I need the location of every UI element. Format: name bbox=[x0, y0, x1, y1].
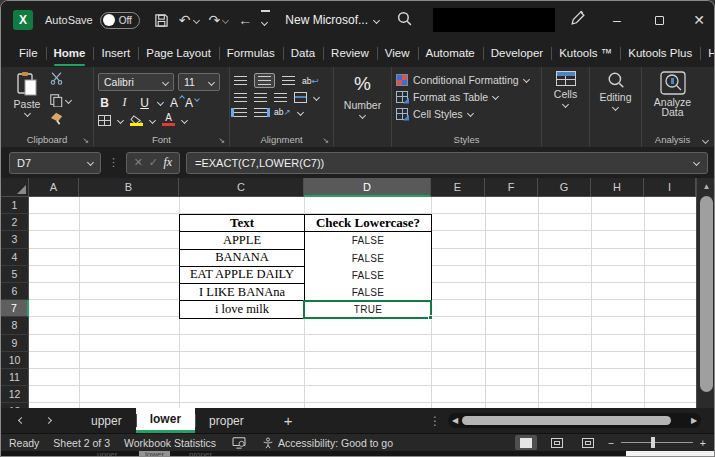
tab-help[interactable]: Help bbox=[700, 39, 715, 67]
borders-dropdown[interactable] bbox=[117, 116, 124, 123]
close-button[interactable]: ✕ bbox=[679, 1, 715, 39]
align-center-button[interactable] bbox=[254, 93, 267, 102]
tab-view[interactable]: View bbox=[377, 39, 418, 67]
tab-developer[interactable]: Developer bbox=[483, 39, 551, 67]
column-header-a[interactable]: A bbox=[29, 178, 79, 197]
collapse-ribbon-button[interactable] bbox=[702, 137, 709, 144]
active-cell-selection[interactable] bbox=[303, 300, 432, 319]
sheet-tab-proper[interactable]: proper bbox=[195, 408, 258, 433]
horizontal-scrollbar[interactable]: ◀ ▶ bbox=[448, 413, 701, 428]
zoom-out-button[interactable]: − bbox=[608, 437, 614, 449]
customize-toolbar-button[interactable] bbox=[262, 10, 267, 30]
column-header-f[interactable]: F bbox=[485, 178, 538, 197]
row-header-10[interactable]: 10 bbox=[1, 352, 29, 369]
table-header-text[interactable]: Text bbox=[180, 215, 305, 232]
tab-page-layout[interactable]: Page Layout bbox=[138, 39, 219, 67]
decrease-indent-button[interactable] bbox=[234, 108, 247, 117]
undo-button[interactable]: ↶ bbox=[179, 12, 199, 28]
cell-d3[interactable]: FALSE bbox=[305, 232, 431, 249]
tab-data[interactable]: Data bbox=[283, 39, 323, 67]
expand-formula-bar-button[interactable] bbox=[693, 159, 700, 166]
fill-handle[interactable] bbox=[428, 315, 433, 320]
bold-button[interactable]: B bbox=[98, 96, 111, 110]
paste-button[interactable]: Paste bbox=[5, 71, 49, 129]
horizontal-scroll-thumb[interactable] bbox=[462, 416, 671, 425]
status-sheet-info[interactable]: Sheet 2 of 3 bbox=[53, 437, 110, 449]
italic-button[interactable]: I bbox=[118, 95, 131, 110]
column-header-d[interactable]: D bbox=[304, 178, 431, 197]
page-break-view-button[interactable] bbox=[577, 435, 599, 450]
previous-sheet-button[interactable] bbox=[18, 417, 25, 424]
workbook-statistics-button[interactable]: Workbook Statistics bbox=[124, 437, 216, 449]
cell-d5[interactable]: FALSE bbox=[305, 267, 431, 284]
select-all-button[interactable] bbox=[1, 178, 29, 197]
decrease-font-size-button[interactable]: A bbox=[185, 96, 193, 110]
row-header-12[interactable]: 12 bbox=[1, 386, 29, 403]
cell-c5[interactable]: EAT APPLE DAILY bbox=[180, 267, 305, 284]
borders-icon[interactable] bbox=[98, 115, 111, 126]
cell-c3[interactable]: APPLE bbox=[180, 232, 305, 249]
cells-button[interactable]: Cells bbox=[541, 67, 589, 147]
editing-button[interactable]: Editing bbox=[589, 67, 641, 147]
confirm-entry-button[interactable]: ✓ bbox=[149, 156, 158, 169]
cell-area[interactable]: Text Check Lowercase? APPLE FALSE BANANA… bbox=[29, 197, 696, 408]
clipboard-dialog-launcher[interactable]: ↘ bbox=[82, 136, 89, 145]
cell-d6[interactable]: FALSE bbox=[305, 284, 431, 301]
row-header-2[interactable]: 2 bbox=[1, 214, 29, 231]
alignment-dialog-launcher[interactable]: ↘ bbox=[322, 136, 329, 145]
format-as-table-button[interactable]: Format as Table bbox=[396, 91, 537, 103]
cancel-entry-button[interactable]: ✕ bbox=[134, 156, 143, 169]
tab-insert[interactable]: Insert bbox=[93, 39, 138, 67]
row-header-3[interactable]: 3 bbox=[1, 231, 29, 248]
page-layout-view-button[interactable] bbox=[546, 435, 568, 450]
row-header-8[interactable]: 8 bbox=[1, 317, 29, 334]
middle-align-button[interactable] bbox=[254, 73, 275, 88]
row-header-7[interactable]: 7 bbox=[1, 300, 29, 317]
zoom-thumb[interactable] bbox=[651, 437, 655, 448]
font-color-dropdown[interactable] bbox=[181, 116, 188, 123]
font-color-button[interactable]: A bbox=[162, 114, 175, 126]
tab-home[interactable]: Home bbox=[46, 39, 94, 67]
formula-bar-resize-handle[interactable]: ⋮ bbox=[108, 156, 119, 169]
column-header-c[interactable]: C bbox=[179, 178, 304, 197]
row-header-11[interactable]: 11 bbox=[1, 369, 29, 386]
row-header-9[interactable]: 9 bbox=[1, 335, 29, 352]
tab-file[interactable]: File bbox=[11, 39, 46, 67]
column-header-g[interactable]: G bbox=[538, 178, 591, 197]
fill-color-dropdown[interactable] bbox=[149, 116, 156, 123]
top-align-button[interactable] bbox=[234, 76, 247, 85]
tab-review[interactable]: Review bbox=[323, 39, 377, 67]
zoom-slider[interactable]: − + bbox=[608, 437, 706, 449]
number-format-dropdown[interactable] bbox=[359, 112, 366, 119]
cell-c6[interactable]: I LIKE BANAna bbox=[180, 284, 305, 301]
vertical-scrollbar[interactable]: ▲ bbox=[696, 178, 715, 408]
ink-pen-icon[interactable] bbox=[569, 10, 586, 31]
cut-button[interactable] bbox=[49, 71, 71, 89]
cell-d4[interactable]: FALSE bbox=[305, 250, 431, 267]
font-size-select[interactable]: 11 bbox=[178, 73, 220, 91]
accessibility-status[interactable]: Accessibility: Good to go bbox=[262, 437, 393, 449]
column-header-e[interactable]: E bbox=[431, 178, 485, 197]
conditional-formatting-button[interactable]: Conditional Formatting bbox=[396, 74, 537, 86]
column-header-b[interactable]: B bbox=[79, 178, 179, 197]
vertical-scroll-thumb[interactable] bbox=[700, 196, 713, 392]
column-header-h[interactable]: H bbox=[591, 178, 644, 197]
row-header-5[interactable]: 5 bbox=[1, 266, 29, 283]
sheet-tab-upper[interactable]: upper bbox=[77, 408, 136, 433]
row-header-1[interactable]: 1 bbox=[1, 197, 29, 214]
sheet-tab-lower[interactable]: lower bbox=[136, 408, 195, 433]
increase-indent-button[interactable] bbox=[254, 108, 267, 117]
scroll-right-icon[interactable]: ▶ bbox=[687, 416, 701, 425]
minimize-button[interactable]: – bbox=[597, 1, 637, 39]
underline-button[interactable]: U bbox=[138, 96, 151, 110]
save-button[interactable] bbox=[154, 13, 169, 28]
copy-button[interactable] bbox=[49, 93, 71, 107]
tab-automate[interactable]: Automate bbox=[418, 39, 483, 67]
scroll-up-icon[interactable]: ▲ bbox=[697, 182, 715, 191]
column-header-i[interactable]: I bbox=[644, 178, 696, 197]
name-box[interactable]: D7 bbox=[9, 152, 101, 174]
display-settings-icon[interactable] bbox=[232, 437, 246, 449]
autosave-toggle[interactable]: Off bbox=[100, 12, 140, 29]
bottom-align-button[interactable] bbox=[282, 76, 295, 85]
normal-view-button[interactable] bbox=[515, 435, 537, 450]
